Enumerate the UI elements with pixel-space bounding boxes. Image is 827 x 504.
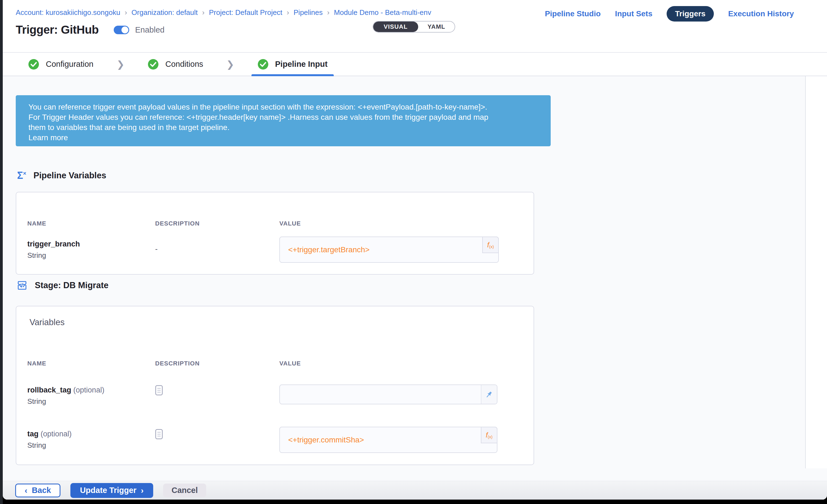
variable-type: String <box>27 441 72 450</box>
tab-label: Pipeline Input <box>275 60 328 69</box>
breadcrumb-separator: › <box>125 8 127 17</box>
variable-type: String <box>27 397 104 406</box>
title-row: Trigger: GitHub Enabled <box>16 23 164 37</box>
section-title: Pipeline Variables <box>34 170 106 181</box>
tab-label: Configuration <box>46 60 94 69</box>
fx-label: f <box>487 241 489 249</box>
visual-yaml-toggle: VISUAL YAML <box>373 21 455 33</box>
expression-value[interactable]: <+trigger.targetBranch> <box>288 245 370 254</box>
description-tooltip-icon[interactable] <box>155 385 163 396</box>
column-name: NAME <box>27 220 46 227</box>
update-trigger-label: Update Trigger <box>80 486 137 495</box>
chevron-right-icon: ❯ <box>226 59 234 70</box>
back-button[interactable]: ‹ Back <box>15 484 60 497</box>
variable-type: String <box>27 251 80 260</box>
variables-card-title: Variables <box>30 317 64 327</box>
update-trigger-button[interactable]: Update Trigger › <box>70 483 153 498</box>
nav-input-sets[interactable]: Input Sets <box>615 9 652 18</box>
yaml-mode-button[interactable]: YAML <box>418 21 455 32</box>
pipeline-variables-icon: Σ× <box>17 170 26 181</box>
variable-description-cell <box>155 385 163 397</box>
column-description: DESCRIPTION <box>155 220 200 227</box>
enabled-toggle[interactable] <box>114 26 129 34</box>
variable-name-cell: trigger_branch String <box>27 240 80 260</box>
nav-pipeline-studio[interactable]: Pipeline Studio <box>545 9 601 18</box>
enabled-label: Enabled <box>135 26 164 35</box>
rollback-tag-value-input[interactable] <box>280 385 497 404</box>
tab-conditions[interactable]: Conditions <box>142 53 209 75</box>
nav-triggers[interactable]: Triggers <box>667 6 714 21</box>
breadcrumb-separator: › <box>287 8 289 17</box>
pipeline-variables-card: NAME DESCRIPTION VALUE trigger_branch St… <box>16 192 534 274</box>
scroll-gutter[interactable] <box>805 76 827 468</box>
visual-mode-button[interactable]: VISUAL <box>373 21 418 32</box>
rollback-tag-value-field <box>279 385 497 404</box>
toggle-knob <box>121 27 128 34</box>
variable-description-cell <box>155 429 163 441</box>
variable-name: rollback_tag (optional) <box>27 386 104 394</box>
app-window: Account: kurosakiichigo.songoku › Organi… <box>3 0 827 500</box>
breadcrumb: Account: kurosakiichigo.songoku › Organi… <box>16 8 431 17</box>
fx-expression-button[interactable]: f(x) <box>481 427 497 443</box>
fx-sub-label: (x) <box>489 244 494 249</box>
description-tooltip-icon[interactable] <box>155 429 163 440</box>
breadcrumb-project[interactable]: Project: Default Project <box>209 8 282 17</box>
trigger-branch-value-input[interactable]: <+trigger.targetBranch> f(x) <box>279 237 499 263</box>
tab-configuration[interactable]: Configuration <box>22 53 100 75</box>
variable-name-cell: rollback_tag (optional) String <box>27 386 104 406</box>
tag-value-input[interactable]: <+trigger.commitSha> f(x) <box>279 427 497 453</box>
banner-line: You can reference trigger event payload … <box>29 102 538 112</box>
variable-description: - <box>155 245 158 253</box>
check-circle-icon <box>28 59 39 70</box>
pipeline-nav-tabs: Pipeline Studio Input Sets Triggers Exec… <box>545 6 794 21</box>
active-tab-underline <box>251 74 334 76</box>
column-value: VALUE <box>279 360 301 367</box>
chevron-left-icon: ‹ <box>25 486 27 495</box>
wizard-tab-bar: Configuration ❯ Conditions ❯ Pipeline In… <box>3 52 827 76</box>
cancel-label: Cancel <box>172 486 198 495</box>
pin-icon <box>485 390 493 399</box>
chevron-right-icon: › <box>141 486 144 495</box>
column-description: DESCRIPTION <box>155 360 200 367</box>
pipeline-variables-heading: Σ× Pipeline Variables <box>17 170 106 181</box>
variable-name: tag (optional) <box>27 430 72 438</box>
expression-value[interactable]: <+trigger.commitSha> <box>288 436 364 444</box>
breadcrumb-account[interactable]: Account: kurosakiichigo.songoku <box>16 8 120 17</box>
column-value: VALUE <box>279 220 301 227</box>
footer-action-bar: ‹ Back Update Trigger › Cancel <box>3 481 827 500</box>
section-title: Stage: DB Migrate <box>35 281 108 290</box>
payload-info-banner: You can reference trigger event payload … <box>16 95 551 146</box>
stage-icon <box>16 280 28 291</box>
tab-label: Conditions <box>165 60 203 69</box>
tab-pipeline-input[interactable]: Pipeline Input <box>251 53 334 75</box>
banner-line: For Trigger Header values you can refere… <box>29 112 538 122</box>
pipeline-input-panel: You can reference trigger event payload … <box>3 76 827 481</box>
optional-label: (optional) <box>41 430 72 438</box>
pin-runtime-input-button[interactable] <box>481 385 497 404</box>
column-name: NAME <box>27 360 46 367</box>
learn-more-link[interactable]: Learn more <box>29 133 538 143</box>
page-header: Account: kurosakiichigo.songoku › Organi… <box>3 0 827 52</box>
screen-left-edge <box>0 0 3 504</box>
breadcrumb-separator: › <box>202 8 204 17</box>
breadcrumb-separator: › <box>327 8 330 17</box>
banner-line: them to variables that are being used in… <box>29 122 538 133</box>
chevron-right-icon: ❯ <box>117 59 125 70</box>
fx-sub-label: (x) <box>488 435 493 439</box>
optional-label: (optional) <box>74 386 105 394</box>
back-label: Back <box>32 486 51 495</box>
check-circle-icon <box>257 59 269 70</box>
check-circle-icon <box>148 59 159 70</box>
stage-variables-card: Variables NAME DESCRIPTION VALUE rollbac… <box>16 306 534 465</box>
variable-name-cell: tag (optional) String <box>27 430 72 450</box>
stage-heading: Stage: DB Migrate <box>16 280 108 291</box>
breadcrumb-pipelines[interactable]: Pipelines <box>294 8 323 17</box>
cancel-button[interactable]: Cancel <box>163 484 206 497</box>
fx-expression-button[interactable]: f(x) <box>482 237 499 253</box>
fx-label: f <box>486 431 488 440</box>
nav-execution-history[interactable]: Execution History <box>728 9 794 18</box>
breadcrumb-pipeline-name[interactable]: Module Demo - Beta-multi-env <box>334 8 431 17</box>
page-title: Trigger: GitHub <box>16 23 99 37</box>
variable-name: trigger_branch <box>27 240 80 248</box>
breadcrumb-organization[interactable]: Organization: default <box>131 8 198 17</box>
